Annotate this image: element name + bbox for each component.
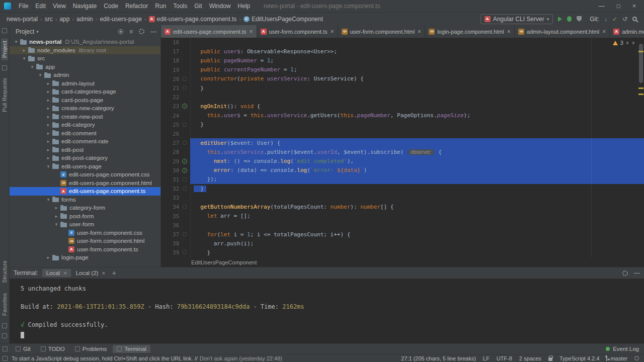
tree-item-user-form[interactable]: ▾user-form bbox=[10, 220, 160, 229]
terminal-tab-local-2-[interactable]: Local (2)× bbox=[72, 269, 109, 277]
fold-marker-icon[interactable] bbox=[183, 123, 187, 127]
breadcrumb-file[interactable]: Aedit-users-page.component.ts bbox=[147, 15, 238, 23]
project-panel-title[interactable]: Project bbox=[16, 28, 34, 35]
tab-close-icon[interactable]: × bbox=[507, 28, 511, 35]
tree-item-src[interactable]: ▾src bbox=[10, 54, 160, 63]
code-line-text[interactable] bbox=[190, 38, 644, 47]
code-line-text[interactable]: public pageNumber = 1; bbox=[190, 56, 644, 65]
commit-toolwindow-icon[interactable] bbox=[2, 65, 7, 70]
breadcrumb-item[interactable]: src bbox=[43, 15, 54, 23]
run-button[interactable] bbox=[558, 17, 562, 22]
code-line-text[interactable] bbox=[190, 193, 644, 202]
tree-expand-arrow-icon[interactable]: ▸ bbox=[45, 114, 52, 119]
git-rollback-button[interactable]: ↺ bbox=[622, 16, 627, 23]
search-everywhere-button[interactable] bbox=[632, 17, 637, 21]
tree-item-user-form.component.html[interactable]: <>user-form.component.html bbox=[10, 237, 160, 245]
event-log-button[interactable]: Event Log bbox=[606, 346, 639, 352]
tree-item-edit-comment-rate[interactable]: ▸edit-comment-rate bbox=[10, 137, 160, 146]
toolwindow-button-problems[interactable]: Problems bbox=[71, 345, 111, 353]
override-method-icon[interactable]: ↑ bbox=[182, 168, 187, 173]
tree-expand-arrow-icon[interactable]: ▸ bbox=[53, 205, 60, 210]
close-button[interactable]: × bbox=[632, 3, 636, 10]
tree-item-user-form.component.css[interactable]: #user-form.component.css bbox=[10, 229, 160, 237]
tree-expand-arrow-icon[interactable]: ▸ bbox=[45, 89, 52, 94]
indent-style[interactable]: 2 spaces bbox=[519, 355, 541, 361]
hide-panel-button[interactable]: — bbox=[150, 28, 156, 35]
code-line-text[interactable]: } bbox=[190, 248, 644, 257]
project-toolwindow-icon[interactable] bbox=[2, 28, 7, 33]
warning-count[interactable]: 3 bbox=[620, 40, 623, 46]
toolwindow-quick-access-icon[interactable] bbox=[3, 356, 8, 361]
tree-expand-arrow-icon[interactable]: ▸ bbox=[45, 106, 52, 111]
line-number[interactable]: 39 bbox=[161, 249, 179, 255]
line-number[interactable]: 25 bbox=[161, 122, 179, 128]
line-separator[interactable]: LF bbox=[483, 355, 490, 361]
tab-admin.module.ts[interactable]: Aadmin.module.ts× bbox=[610, 25, 644, 38]
code-line-text[interactable]: }); bbox=[190, 175, 644, 184]
menu-item-git[interactable]: Git bbox=[191, 1, 205, 11]
tree-item-edit-users-page.component.css[interactable]: #edit-users-page.component.css bbox=[10, 170, 160, 179]
tree-expand-arrow-icon[interactable]: ▸ bbox=[45, 98, 52, 103]
minimize-terminal-button[interactable]: — bbox=[634, 269, 640, 277]
code-line-text[interactable]: } bbox=[190, 184, 644, 193]
code-line-text[interactable]: getButtonNumbersArray(totalPagesCount: n… bbox=[190, 202, 644, 211]
toolwindow-switcher-icon[interactable] bbox=[3, 346, 8, 351]
tab-user-form.component.ts[interactable]: Auser-form.component.ts× bbox=[257, 25, 338, 38]
code-line-text[interactable]: editUser($event: User) { bbox=[190, 138, 644, 147]
lock-icon[interactable] bbox=[548, 357, 552, 361]
tree-item-admin-layout[interactable]: ▸admin-layout bbox=[10, 79, 160, 88]
tree-item-edit-comment[interactable]: ▸edit-comment bbox=[10, 129, 160, 138]
line-number[interactable]: 22 bbox=[161, 94, 179, 100]
caret-position[interactable]: 27:1 (205 chars, 5 line breaks) bbox=[401, 355, 476, 361]
fold-marker-icon[interactable] bbox=[183, 232, 187, 236]
terminal-output[interactable]: 5 unchanged chunksBuild at: 2021-06-13T2… bbox=[10, 279, 644, 343]
code-line-text[interactable]: public currentPageNumber = 1; bbox=[190, 65, 644, 74]
menu-item-navigate[interactable]: Navigate bbox=[69, 1, 100, 11]
debug-button[interactable] bbox=[567, 16, 572, 22]
tab-close-icon[interactable]: × bbox=[418, 28, 421, 35]
line-number[interactable]: 31 bbox=[161, 176, 179, 183]
menu-item-code[interactable]: Code bbox=[100, 1, 122, 11]
minimize-button[interactable]: — bbox=[599, 3, 605, 10]
git-commit-button[interactable]: ✓ bbox=[612, 16, 617, 23]
code-line-text[interactable]: ngOnInit(): void { bbox=[190, 102, 644, 111]
tab-close-icon[interactable]: × bbox=[602, 28, 606, 35]
coverage-button[interactable] bbox=[577, 16, 582, 22]
breadcrumb-class-item[interactable]: CEditUsersPageComponent bbox=[242, 15, 325, 23]
tab-edit-users-page.component.ts[interactable]: Aedit-users-page.component.ts× bbox=[161, 25, 257, 38]
tree-item-news-portal[interactable]: ▾news-portalD:\JS_Angular\news-portal bbox=[10, 38, 160, 46]
tree-item-edit-users-page[interactable]: ▾edit-users-page bbox=[10, 162, 160, 171]
code-line-text[interactable]: for(let i = 1; i <= totalPagesCount; i++… bbox=[190, 230, 644, 239]
code-line-text[interactable]: constructor(private usersService: UsersS… bbox=[190, 74, 644, 83]
breadcrumb-item[interactable]: admin bbox=[75, 15, 95, 23]
code-line-text[interactable]: public user$: Observable<Response<User>>… bbox=[190, 47, 644, 56]
line-number[interactable]: 37 bbox=[161, 231, 179, 237]
git-update-button[interactable]: ↓ bbox=[604, 16, 607, 23]
tree-item-edit-post[interactable]: ▸edit-post bbox=[10, 146, 160, 154]
gear-icon[interactable] bbox=[139, 29, 144, 34]
line-number[interactable]: 30 bbox=[161, 167, 179, 173]
line-number[interactable]: 36 bbox=[161, 222, 179, 228]
menu-item-file[interactable]: File bbox=[15, 1, 32, 11]
toolwindow-button-git[interactable]: Git bbox=[12, 345, 35, 353]
breadcrumb-class[interactable]: EditUsersPageComponent bbox=[191, 259, 257, 265]
line-number[interactable]: 35 bbox=[161, 213, 179, 219]
code-line-text[interactable]: error: (data) => console.log(`error: ${d… bbox=[190, 166, 644, 175]
tree-item-create-new-category[interactable]: ▸create-new-category bbox=[10, 104, 160, 113]
warning-stripe-mark[interactable] bbox=[638, 94, 643, 95]
tab-admin-layout.component.html[interactable]: <>admin-layout.component.html× bbox=[515, 25, 610, 38]
tree-collapse-arrow-icon[interactable]: ▾ bbox=[37, 72, 44, 77]
terminal-settings-icon[interactable] bbox=[622, 270, 628, 276]
tree-item-category-form[interactable]: ▸category-form bbox=[10, 204, 160, 212]
code-line-text[interactable]: } bbox=[190, 83, 644, 93]
tree-expand-arrow-icon[interactable]: ▸ bbox=[45, 147, 52, 152]
line-number[interactable]: 18 bbox=[161, 57, 179, 63]
prev-issue-button[interactable]: ∧ bbox=[626, 40, 629, 45]
stripe-pull-requests[interactable]: Pull Requests bbox=[1, 75, 8, 115]
tree-expand-arrow-icon[interactable]: ▸ bbox=[45, 155, 52, 160]
line-number[interactable]: 23 bbox=[161, 103, 179, 109]
menu-item-tools[interactable]: Tools bbox=[170, 1, 191, 11]
line-number[interactable]: 38 bbox=[161, 240, 179, 246]
editor-scrollbar[interactable] bbox=[639, 44, 643, 83]
tree-item-edit-category[interactable]: ▸edit-category bbox=[10, 121, 160, 129]
